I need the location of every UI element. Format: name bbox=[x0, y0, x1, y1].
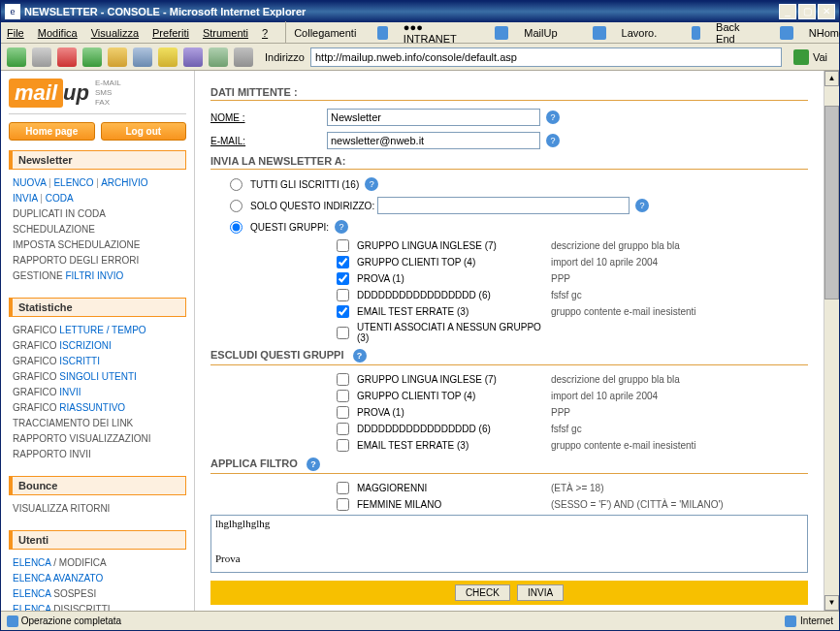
nav-iscritti[interactable]: ISCRITTI bbox=[59, 356, 100, 366]
nav-filtri-invio[interactable]: FILTRI INVIO bbox=[65, 270, 123, 281]
include-group-desc: gruppo contente e-mail inesistenti bbox=[551, 306, 696, 317]
nav-invii[interactable]: INVII bbox=[59, 387, 81, 397]
help-icon[interactable]: ? bbox=[546, 110, 560, 124]
exclude-group-checkbox[interactable] bbox=[337, 439, 349, 452]
menu-file[interactable]: File bbox=[7, 27, 24, 39]
nav-elenca-modifica[interactable]: ELENCA bbox=[13, 557, 50, 568]
exclude-group-checkbox[interactable] bbox=[337, 373, 349, 386]
nav-letture-tempo[interactable]: LETTURE / TEMPO bbox=[59, 325, 145, 335]
filter-checkbox[interactable] bbox=[337, 482, 349, 494]
forward-button[interactable] bbox=[32, 47, 51, 67]
go-button[interactable]: Vai bbox=[788, 49, 833, 65]
mail-button[interactable] bbox=[234, 47, 253, 67]
nome-input[interactable] bbox=[327, 109, 540, 126]
nav-schedulazione[interactable]: SCHEDULAZIONE bbox=[13, 224, 95, 235]
include-group-name: GRUPPO LINGUA INGLESE (7) bbox=[357, 240, 551, 251]
exclude-group-checkbox[interactable] bbox=[337, 406, 349, 419]
help-icon[interactable]: ? bbox=[546, 134, 560, 147]
exclude-group-checkbox[interactable] bbox=[337, 423, 349, 435]
include-group-checkbox[interactable] bbox=[337, 289, 349, 301]
check-button[interactable]: CHECK bbox=[455, 584, 510, 601]
home-page-button[interactable]: Home page bbox=[9, 122, 95, 141]
include-group-desc: descrizione del gruppo bla bla bbox=[551, 240, 680, 251]
nav-imposta-sched[interactable]: IMPOSTA SCHEDULAZIONE bbox=[13, 239, 141, 250]
nav-riassuntivo[interactable]: RIASSUNTIVO bbox=[59, 402, 125, 413]
search-button[interactable] bbox=[133, 47, 152, 67]
menu-tools[interactable]: Strumenti bbox=[203, 27, 248, 39]
include-group-checkbox[interactable] bbox=[337, 256, 349, 268]
main-content: DATI MITTENTE : NOME : ? E-MAIL: ? INVIA… bbox=[195, 71, 824, 611]
link-lavoro[interactable]: Lavoro. bbox=[593, 26, 671, 40]
scroll-down-icon[interactable]: ▼ bbox=[824, 595, 839, 611]
exclude-group-name: DDDDDDDDDDDDDDDDD (6) bbox=[357, 424, 551, 434]
link-intranet[interactable]: ●●● INTRANET bbox=[377, 21, 473, 45]
nav-singoli-utenti[interactable]: SINGOLI UTENTI bbox=[59, 371, 136, 382]
menu-edit[interactable]: Modifica bbox=[38, 27, 78, 39]
menu-favorites[interactable]: Preferiti bbox=[152, 27, 189, 39]
include-group-checkbox[interactable] bbox=[337, 272, 349, 285]
nav-elenco-avanzato[interactable]: ELENCA AVANZATO bbox=[13, 573, 103, 584]
include-group-row: PROVA (1)PPP bbox=[337, 272, 808, 285]
action-bar: CHECK INVIA bbox=[210, 581, 808, 605]
radio-tutti[interactable] bbox=[230, 178, 242, 191]
include-group-checkbox[interactable] bbox=[337, 305, 349, 318]
solo-address-input[interactable] bbox=[377, 197, 630, 214]
menu-view[interactable]: Visualizza bbox=[91, 27, 139, 39]
maximize-button[interactable]: ▢ bbox=[798, 4, 816, 19]
help-icon[interactable]: ? bbox=[365, 177, 378, 191]
minimize-button[interactable]: _ bbox=[779, 4, 796, 19]
nav-duplicati[interactable]: DUPLICATI IN CODA bbox=[13, 208, 106, 219]
include-group-row: GRUPPO CLIENTI TOP (4)import del 10 apri… bbox=[337, 256, 808, 268]
nav-coda[interactable]: CODA bbox=[46, 193, 74, 204]
nav-tracciamento[interactable]: TRACCIAMENTO DEI LINK bbox=[13, 418, 133, 428]
nav-visualizza-ritorni[interactable]: VISUALIZZA RITORNI bbox=[13, 503, 110, 514]
media-button[interactable] bbox=[183, 47, 203, 67]
zone-icon bbox=[785, 615, 796, 627]
radio-gruppi[interactable] bbox=[230, 221, 242, 234]
include-group-name: DDDDDDDDDDDDDDDDD (6) bbox=[357, 290, 551, 300]
logout-button[interactable]: Log out bbox=[101, 122, 187, 141]
include-group-name: GRUPPO CLIENTI TOP (4) bbox=[357, 257, 551, 268]
refresh-button[interactable] bbox=[82, 47, 102, 67]
stop-button[interactable] bbox=[57, 47, 77, 67]
escludi-title: ESCLUDI QUESTI GRUPPI ? bbox=[210, 349, 808, 365]
nav-rapporto-invii[interactable]: RAPPORTO INVII bbox=[13, 449, 91, 459]
favorites-button[interactable] bbox=[158, 47, 178, 67]
history-button[interactable] bbox=[209, 47, 228, 67]
nav-iscrizioni[interactable]: ISCRIZIONI bbox=[59, 340, 111, 351]
section-bounce: Bounce bbox=[9, 476, 186, 495]
help-icon[interactable]: ? bbox=[307, 457, 320, 471]
scroll-up-icon[interactable]: ▲ bbox=[824, 71, 839, 86]
email-input[interactable] bbox=[327, 132, 540, 149]
link-mailup[interactable]: MailUp bbox=[495, 26, 570, 40]
help-icon[interactable]: ? bbox=[635, 199, 649, 212]
help-icon[interactable]: ? bbox=[335, 220, 348, 234]
nav-elenca-disiscritti[interactable]: ELENCA bbox=[13, 604, 50, 611]
exclude-group-checkbox[interactable] bbox=[337, 390, 349, 402]
nav-rapporto-vis[interactable]: RAPPORTO VISUALIZZAZIONI bbox=[13, 433, 150, 444]
nav-rapporto-errori[interactable]: RAPPORTO DEGLI ERRORI bbox=[13, 255, 139, 266]
address-input[interactable] bbox=[310, 47, 782, 67]
menu-help[interactable]: ? bbox=[262, 27, 268, 39]
include-group-name: EMAIL TEST ERRATE (3) bbox=[357, 306, 551, 317]
help-icon[interactable]: ? bbox=[353, 349, 367, 363]
notes-textarea[interactable] bbox=[210, 515, 808, 573]
include-group-checkbox[interactable] bbox=[337, 327, 349, 339]
nav-archivio[interactable]: ARCHIVIO bbox=[101, 177, 147, 188]
scrollbar[interactable]: ▲ ▼ bbox=[824, 71, 839, 611]
include-group-checkbox[interactable] bbox=[337, 239, 349, 252]
close-button[interactable]: ✕ bbox=[818, 4, 835, 19]
radio-solo[interactable] bbox=[230, 200, 242, 212]
link-backend[interactable]: Back End bbox=[692, 21, 758, 45]
scroll-thumb[interactable] bbox=[824, 106, 839, 300]
nav-elenco[interactable]: ELENCO bbox=[53, 177, 93, 188]
logo-tagline: E-MAILSMSFAX bbox=[95, 79, 121, 108]
link-nhome[interactable]: NHome bbox=[780, 26, 840, 40]
home-button[interactable] bbox=[108, 47, 127, 67]
nav-invia[interactable]: INVIA bbox=[13, 193, 38, 204]
back-button[interactable] bbox=[7, 47, 26, 67]
nav-elenca-sospesi[interactable]: ELENCA bbox=[13, 588, 50, 599]
invia-button[interactable]: INVIA bbox=[517, 584, 564, 601]
filter-checkbox[interactable] bbox=[337, 498, 349, 511]
nav-nuova[interactable]: NUOVA bbox=[13, 177, 46, 188]
